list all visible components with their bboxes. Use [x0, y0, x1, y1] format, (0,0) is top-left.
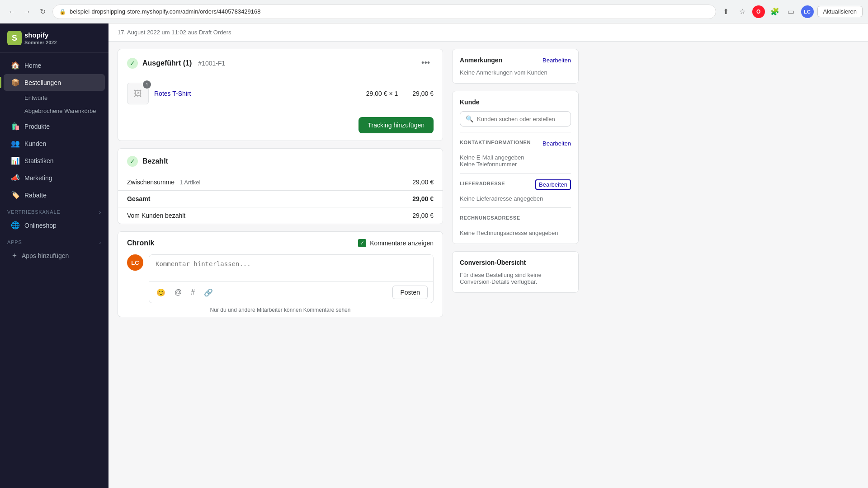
- sidebar-navigation: 🏠 Home 📦 Bestellungen Entwürfe Abgebroch…: [0, 53, 108, 488]
- notes-card-header: Anmerkungen Bearbeiten: [460, 56, 571, 64]
- paid-value: 29,00 €: [412, 212, 434, 219]
- shipping-header: LIEFERADRESSE Bearbeiten: [460, 179, 571, 190]
- shopify-logo: S shopify Sommer 2022: [7, 31, 57, 45]
- sidebar-item-statistiken[interactable]: 📊 Statistiken: [4, 152, 105, 169]
- sidebar-item-bestellungen[interactable]: 📦 Bestellungen: [4, 74, 105, 91]
- product-price: 29,00 € × 1: [366, 90, 398, 97]
- extensions-icon[interactable]: 🧩: [769, 5, 781, 18]
- payment-card: ✓ Bezahlt Zwischensumme 1 Artikel 29,00 …: [118, 148, 443, 224]
- sidebar-item-produkte[interactable]: 🛍️ Produkte: [4, 118, 105, 135]
- comments-toggle[interactable]: ✓ Kommentare anzeigen: [358, 239, 434, 247]
- sidebar-item-marketing[interactable]: 📣 Marketing: [4, 169, 105, 186]
- customer-search-input[interactable]: [477, 116, 565, 122]
- plus-icon: ＋: [11, 251, 18, 260]
- email-text: Keine E-Mail angegeben: [460, 154, 571, 161]
- sidebar-label-entwerfe: Entwürfe: [24, 94, 47, 101]
- page-strip: 17. August 2022 um 11:02 aus Draft Order…: [108, 23, 868, 42]
- subtotal-value: 29,00 €: [412, 178, 434, 186]
- product-name[interactable]: Rotes T-Shirt: [154, 90, 361, 97]
- sidebar-item-rabatte[interactable]: 🏷️ Rabatte: [4, 187, 105, 203]
- contact-section-title: KONTAKTINFORMATIONEN: [460, 140, 531, 145]
- sidebar-item-onlineshop[interactable]: 🌐 Onlineshop: [4, 217, 105, 234]
- payment-title: Bezahlt: [142, 157, 168, 165]
- comment-user-avatar: LC: [127, 254, 143, 271]
- marketing-icon: 📣: [11, 174, 20, 182]
- main-content: 17. August 2022 um 11:02 aus Draft Order…: [108, 23, 868, 488]
- browser-profile-avatar[interactable]: LC: [801, 5, 814, 18]
- product-total: 29,00 €: [412, 90, 434, 97]
- reload-button[interactable]: ↻: [36, 5, 49, 18]
- add-tracking-button[interactable]: Tracking hinzufügen: [359, 117, 434, 133]
- mention-button[interactable]: @: [173, 287, 184, 297]
- comment-box: 😊 @ # 🔗 Posten: [149, 254, 434, 303]
- sidebar-item-kunden[interactable]: 👥 Kunden: [4, 135, 105, 152]
- share-icon[interactable]: ⬆: [720, 5, 732, 18]
- total-row: Gesamt 29,00 €: [118, 190, 443, 207]
- product-image: 🖼 1: [127, 83, 149, 104]
- forward-button[interactable]: →: [21, 5, 33, 18]
- checkmark-icon-2: ✓: [130, 158, 135, 165]
- sidebar-label-statistiken: Statistiken: [24, 157, 54, 164]
- sidebar-item-entwerfe[interactable]: Entwürfe: [4, 91, 105, 104]
- update-button[interactable]: Aktualisieren: [817, 6, 863, 17]
- notes-edit-button[interactable]: Bearbeiten: [542, 57, 571, 64]
- sidebar-label-onlineshop: Onlineshop: [24, 222, 57, 229]
- nav-buttons: ← → ↻: [5, 5, 49, 18]
- discounts-icon: 🏷️: [11, 191, 20, 199]
- subtotal-label: Zwischensumme: [127, 178, 175, 186]
- product-quantity-badge: 1: [143, 80, 151, 89]
- customer-card: Kunde 🔍 KONTAKTINFORMATIONEN Bearbeiten: [452, 91, 579, 244]
- link-button[interactable]: 🔗: [202, 287, 215, 298]
- image-placeholder-icon: 🖼: [134, 89, 142, 99]
- comment-input[interactable]: [149, 255, 433, 280]
- fulfillment-more-button[interactable]: •••: [418, 56, 434, 70]
- sidebar-item-abgebrochene[interactable]: Abgebrochene Warenkörbe: [4, 104, 105, 117]
- payment-status-icon: ✓: [127, 156, 138, 167]
- address-bar[interactable]: 🔒 beispiel-dropshipping-store.myshopify.…: [52, 5, 716, 19]
- divider-2: [460, 173, 571, 174]
- comment-note: Nur du und andere Mitarbeiter können Kom…: [127, 307, 434, 317]
- sidebar-item-home[interactable]: 🏠 Home: [4, 57, 105, 74]
- shopify-subtitle: Sommer 2022: [24, 40, 57, 45]
- shopify-brand-name: shopify: [24, 31, 57, 39]
- post-comment-button[interactable]: Posten: [392, 286, 428, 299]
- contact-edit-button[interactable]: Bearbeiten: [542, 140, 571, 147]
- sidebar-label-marketing: Marketing: [24, 174, 52, 182]
- customer-title: Kunde: [460, 99, 480, 106]
- fulfillment-card-header: ✓ Ausgeführt (1) #1001-F1 •••: [118, 49, 443, 77]
- emoji-button[interactable]: 😊: [155, 287, 167, 298]
- sidebar-label-bestellungen: Bestellungen: [24, 79, 61, 86]
- shipping-edit-button[interactable]: Bearbeiten: [535, 179, 571, 190]
- star-icon[interactable]: ☆: [736, 5, 749, 18]
- subtotal-row: Zwischensumme 1 Artikel 29,00 €: [118, 174, 443, 190]
- fulfillment-status-icon: ✓: [127, 58, 138, 69]
- notes-title: Anmerkungen: [460, 56, 502, 64]
- billing-address-text: Keine Rechnungsadresse angegeben: [460, 230, 571, 236]
- contact-section: KONTAKTINFORMATIONEN Bearbeiten Keine E-…: [460, 138, 571, 168]
- search-icon: 🔍: [466, 115, 473, 122]
- url-text: beispiel-dropshipping-store.myshopify.co…: [70, 8, 261, 15]
- sidebar-header: S shopify Sommer 2022: [0, 23, 108, 53]
- sidebar-label-kunden: Kunden: [24, 140, 46, 147]
- shipping-address-text: Keine Lieferadresse angegeben: [460, 195, 571, 202]
- sidebar-label-rabatte: Rabatte: [24, 192, 47, 199]
- conversion-card-header: Conversion-Übersicht: [460, 259, 571, 266]
- total-value: 29,00 €: [412, 195, 434, 202]
- comments-checkbox[interactable]: ✓: [358, 239, 366, 247]
- browser-action-buttons: ⬆ ☆ O 🧩 ▭ LC Aktualisieren: [720, 5, 863, 18]
- analytics-icon: 📊: [11, 156, 20, 165]
- sidebar-toggle-icon[interactable]: ▭: [785, 5, 797, 18]
- opera-icon[interactable]: O: [752, 5, 765, 18]
- chronik-card: Chronik ✓ Kommentare anzeigen LC: [118, 231, 443, 317]
- hashtag-button[interactable]: #: [189, 287, 197, 297]
- shipping-section-title: LIEFERADRESSE: [460, 181, 505, 186]
- customer-search-bar[interactable]: 🔍: [460, 111, 571, 127]
- app-container: S shopify Sommer 2022 🏠 Home 📦 Bestellun…: [0, 23, 868, 488]
- fulfillment-title: Ausgeführt (1): [142, 59, 192, 67]
- subtotal-items: 1 Artikel: [176, 179, 200, 186]
- add-apps-button[interactable]: ＋ Apps hinzufügen: [4, 247, 105, 264]
- checkmark-icon: ✓: [130, 60, 135, 67]
- content-area: ✓ Ausgeführt (1) #1001-F1 ••• 🖼 1 Rotes …: [108, 49, 452, 488]
- chronik-title: Chronik: [127, 239, 154, 247]
- back-button[interactable]: ←: [5, 5, 18, 18]
